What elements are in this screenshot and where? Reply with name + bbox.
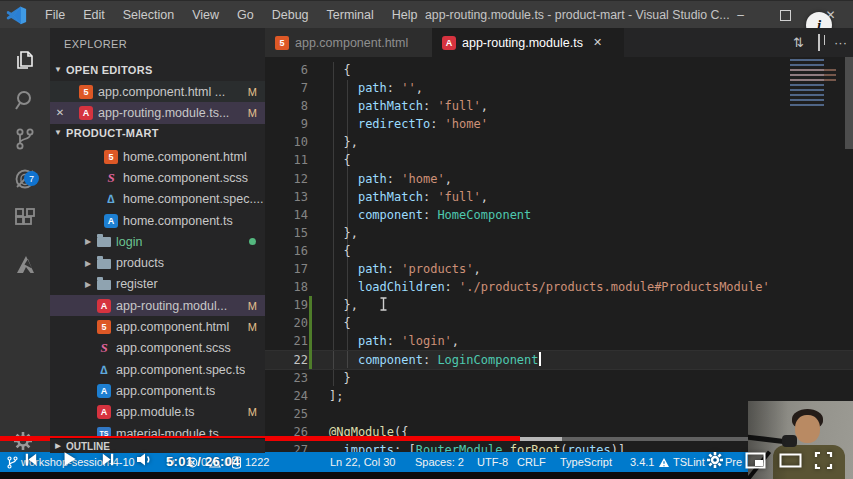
tab-app-component-html[interactable]: 5 app.component.html xyxy=(265,28,432,57)
maximize-button[interactable] xyxy=(763,1,808,29)
file-row-home-component-ts[interactable]: Ahome.component.ts xyxy=(50,210,265,231)
token: path xyxy=(358,81,387,95)
volume-button[interactable] xyxy=(135,450,154,469)
menu-go[interactable]: Go xyxy=(228,1,263,29)
language-mode-item[interactable]: TypeScript xyxy=(560,452,612,472)
prettier-item[interactable]: Pre xyxy=(725,452,742,472)
chevron-right-icon: ▶ xyxy=(85,280,91,289)
explorer-sidebar: EXPLORER ▼ OPEN EDITORS 5app.component.h… xyxy=(50,28,265,452)
editor-scrollbar[interactable] xyxy=(845,57,853,452)
gutter-spacer xyxy=(309,97,312,115)
token xyxy=(329,172,358,186)
ng-red-file-icon: A xyxy=(97,405,111,419)
close-file-icon[interactable]: ✕ xyxy=(53,107,67,118)
search-icon[interactable] xyxy=(12,87,38,113)
file-tree: 5home.component.htmlShome.component.scss… xyxy=(50,146,265,444)
line-number: 23 xyxy=(265,369,308,387)
menu-edit[interactable]: Edit xyxy=(74,1,114,29)
file-row-app-module-ts[interactable]: Aapp.module.tsM xyxy=(50,402,265,423)
menu-file[interactable]: File xyxy=(36,1,74,29)
folder-row-register[interactable]: ▶register xyxy=(50,274,265,295)
minimap[interactable] xyxy=(788,57,844,109)
token: component xyxy=(358,208,423,222)
folder-row-products[interactable]: ▶products xyxy=(50,252,265,273)
line-number: 25 xyxy=(265,405,308,423)
menu-view[interactable]: View xyxy=(183,1,228,29)
source-control-icon[interactable] xyxy=(12,126,38,152)
chevron-right-icon: ▶ xyxy=(85,259,91,268)
file-row-home-component-spec-[interactable]: ∆home.component.spec.... xyxy=(50,189,265,210)
gutter-spacer xyxy=(309,260,312,278)
project-section-header[interactable]: ▼ PRODUCT-MART xyxy=(50,122,265,143)
open-editor-row[interactable]: ✕Aapp-routing.module.ts...M xyxy=(50,102,265,123)
code-editor[interactable]: 6 {7 path: '',8 pathMatch: 'full',9 redi… xyxy=(265,57,853,452)
line-number: 19 xyxy=(265,296,308,314)
code-text: }, xyxy=(329,224,358,242)
line-number: 12 xyxy=(265,170,308,188)
project-name-label: PRODUCT-MART xyxy=(66,127,159,139)
player-settings-gear-icon[interactable] xyxy=(705,450,725,470)
code-text: ]; xyxy=(329,387,343,405)
token: '' xyxy=(401,81,415,95)
azure-icon[interactable] xyxy=(12,252,38,278)
tab-app-routing-module-ts[interactable]: A app-routing.module.ts ✕ xyxy=(432,28,624,57)
angular-file-icon: A xyxy=(442,36,456,50)
encoding-item[interactable]: UTF-8 xyxy=(477,452,508,472)
extensions-icon[interactable] xyxy=(12,206,38,232)
file-row-app-component-scss[interactable]: Sapp.component.scss xyxy=(50,338,265,359)
code-line-22: 22 component: LoginComponent xyxy=(265,351,853,369)
file-row-home-component-scss[interactable]: Shome.component.scss xyxy=(50,167,265,188)
tslint-item[interactable]: TSLint xyxy=(658,452,705,472)
explorer-icon[interactable] xyxy=(12,48,38,74)
menu-selection[interactable]: Selection xyxy=(114,1,183,29)
db-count: 1222 xyxy=(245,456,269,468)
code-text: { xyxy=(329,242,351,260)
line-number: 20 xyxy=(265,314,308,332)
miniplayer-button[interactable] xyxy=(745,452,766,469)
flask-file-icon: ∆ xyxy=(97,363,111,377)
indentation-item[interactable]: Spaces: 2 xyxy=(415,452,464,472)
fullscreen-button[interactable] xyxy=(814,451,833,470)
folder-file-icon xyxy=(97,237,111,247)
warning-icon xyxy=(658,457,670,468)
html-file-icon: 5 xyxy=(97,320,111,334)
eol-item[interactable]: CRLF xyxy=(517,452,546,472)
token: , xyxy=(481,99,488,113)
gutter-spacer xyxy=(309,61,312,79)
scss-file-icon: S xyxy=(104,171,118,185)
next-video-button[interactable] xyxy=(100,451,117,468)
file-row-home-component-html[interactable]: 5home.component.html xyxy=(50,146,265,167)
token: 'home' xyxy=(445,117,488,131)
menu-help[interactable]: Help xyxy=(383,1,427,29)
menu-debug[interactable]: Debug xyxy=(263,1,318,29)
more-actions-icon[interactable]: ··· xyxy=(834,35,847,50)
menu-terminal[interactable]: Terminal xyxy=(318,1,383,29)
token: './products/products.module#ProductsModu… xyxy=(459,280,770,294)
file-label: app.component.ts xyxy=(116,384,215,398)
previous-video-button[interactable] xyxy=(22,451,39,468)
minimize-button[interactable]: – xyxy=(718,1,763,29)
ts-version-item[interactable]: 3.4.1 xyxy=(630,452,654,472)
scrollbar-thumb[interactable] xyxy=(845,57,853,149)
token xyxy=(329,81,358,95)
outline-section-header[interactable]: ▶ OUTLINE xyxy=(50,438,265,453)
open-editors-header[interactable]: ▼ OPEN EDITORS xyxy=(50,59,265,80)
file-row-app-component-spec-ts[interactable]: ∆app.component.spec.ts xyxy=(50,359,265,380)
activity-bar: 7 1 xyxy=(0,28,50,452)
token xyxy=(329,353,358,367)
play-button[interactable] xyxy=(59,449,79,469)
theater-mode-button[interactable] xyxy=(779,453,802,468)
time-display: 5:01 / 26:04 xyxy=(166,454,240,469)
file-row-app-routing-modul-[interactable]: Aapp-routing.modul...M xyxy=(50,295,265,316)
token: forRoot xyxy=(510,443,561,452)
split-editor-icon[interactable] xyxy=(818,35,820,50)
file-label: home.component.ts xyxy=(123,214,233,228)
folder-row-login[interactable]: ▶login xyxy=(50,231,265,252)
code-line-15: 15 }, xyxy=(265,224,853,242)
tab-close-icon[interactable]: ✕ xyxy=(593,36,602,49)
open-editor-row[interactable]: 5app.component.html ...M xyxy=(50,81,265,102)
file-row-app-component-ts[interactable]: Aapp.component.ts xyxy=(50,380,265,401)
cursor-position-item[interactable]: Ln 22, Col 30 xyxy=(330,452,395,472)
file-row-app-component-html[interactable]: 5app.component.htmlM xyxy=(50,316,265,337)
open-changes-icon[interactable]: ⇅ xyxy=(793,35,804,50)
